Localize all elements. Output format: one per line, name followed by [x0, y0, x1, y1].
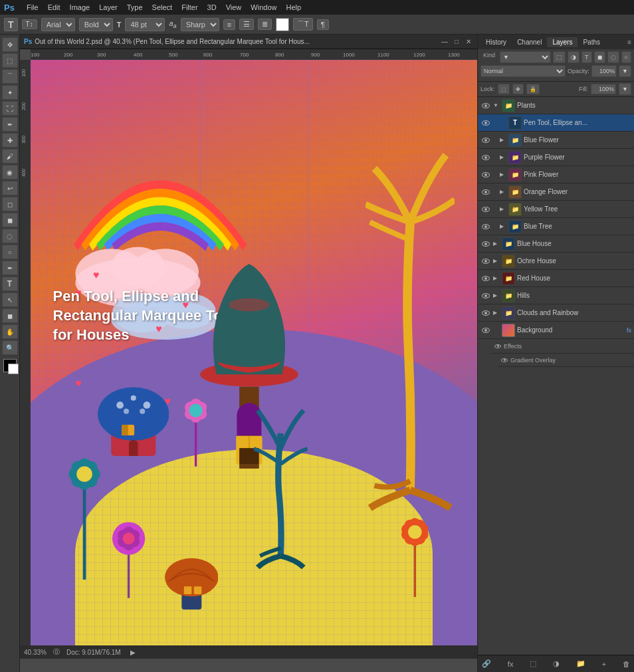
font-family-select[interactable]: Arial	[41, 18, 75, 31]
menu-filter[interactable]: Filter	[181, 3, 197, 11]
layer-red-house[interactable]: ▶ 📁 Red House	[478, 270, 634, 287]
layer-eye-purple-flower[interactable]	[480, 152, 491, 163]
layer-eye-red-house[interactable]	[480, 273, 491, 284]
layer-orange-flower[interactable]: ▶ 📁 Orange Flower	[478, 183, 634, 201]
layer-eye-background[interactable]	[480, 325, 491, 336]
layer-eye-hills[interactable]	[480, 290, 491, 301]
layer-blue-house[interactable]: ▶ 📁 Blue House	[478, 235, 634, 253]
menu-image[interactable]: Image	[70, 3, 90, 11]
tab-paths[interactable]: Paths	[578, 37, 605, 47]
layer-pink-flower[interactable]: ▶ 📁 Pink Flower	[478, 166, 634, 183]
layer-plants[interactable]: ▼ 📁 Plants	[478, 97, 634, 114]
group-btn[interactable]: 📁	[576, 659, 585, 668]
layer-ochre-house[interactable]: ▶ 📁 Ochre House	[478, 253, 634, 270]
layer-hills[interactable]: ▶ 📁 Hills	[478, 287, 634, 304]
blur-tool[interactable]: ◌	[2, 229, 18, 243]
layer-eye-clouds-rainbow[interactable]	[480, 308, 491, 318]
layer-expand-ochre-house[interactable]: ▶	[493, 258, 500, 264]
menu-help[interactable]: Help	[286, 3, 301, 11]
doc-maximize-btn[interactable]: □	[452, 37, 461, 47]
move-tool[interactable]: ✥	[2, 37, 18, 52]
layer-blue-flower[interactable]: ▶ 📁 Blue Flower	[478, 132, 634, 149]
layer-expand-orange-flower[interactable]: ▶	[500, 189, 506, 195]
layer-eye-orange-flower[interactable]	[480, 187, 491, 197]
layer-eye-blue-house[interactable]	[480, 239, 491, 249]
font-size-select[interactable]: 48 pt	[125, 18, 165, 31]
menu-edit[interactable]: Edit	[48, 3, 60, 11]
new-layer-btn[interactable]: +	[602, 660, 606, 668]
fill-settings[interactable]: ▼	[619, 83, 631, 95]
zoom-tool[interactable]: 🔍	[2, 340, 18, 355]
layer-expand-pink-flower[interactable]: ▶	[500, 171, 506, 177]
delete-layer-btn[interactable]: 🗑	[623, 660, 630, 668]
layer-clouds-rainbow[interactable]: ▶ 📁 Clouds and Rainbow	[478, 304, 634, 322]
layer-expand-red-house[interactable]: ▶	[493, 275, 500, 281]
menu-select[interactable]: Select	[152, 3, 173, 11]
menu-file[interactable]: File	[27, 3, 39, 11]
filter-type-btn[interactable]: T	[581, 51, 592, 63]
tab-layers[interactable]: Layers	[547, 37, 578, 47]
align-left-btn[interactable]: ≡	[223, 19, 235, 30]
filter-adj-btn[interactable]: ◑	[568, 51, 580, 63]
blend-mode-select[interactable]: Normal	[480, 65, 566, 77]
layer-style-btn[interactable]: fx	[508, 660, 514, 668]
layer-expand-hills[interactable]: ▶	[493, 292, 500, 298]
anti-alias-select[interactable]: Sharp	[181, 18, 219, 31]
opacity-settings[interactable]: ▼	[619, 65, 631, 77]
gradient-tool[interactable]: ◼	[2, 213, 18, 227]
layer-eye-effects[interactable]	[494, 342, 502, 350]
history-brush-tool[interactable]: ↩	[2, 181, 18, 195]
tab-history[interactable]: History	[480, 37, 512, 47]
menu-3d[interactable]: 3D	[207, 3, 217, 11]
layer-eye-blue-tree[interactable]	[480, 221, 491, 232]
crop-tool[interactable]: ⛶	[2, 101, 18, 116]
lock-position-btn[interactable]: ✥	[512, 84, 524, 94]
adjustment-btn[interactable]: ◑	[553, 659, 560, 668]
menu-layer[interactable]: Layer	[99, 3, 118, 11]
filter-toggle[interactable]: ○	[621, 51, 631, 63]
layer-eye-pink-flower[interactable]	[480, 169, 491, 180]
marquee-tool[interactable]: ⬚	[2, 53, 18, 68]
layer-purple-flower[interactable]: ▶ 📁 Purple Flower	[478, 149, 634, 166]
layer-expand-blue-tree[interactable]: ▶	[500, 223, 506, 229]
eraser-tool[interactable]: ◻	[2, 197, 18, 211]
layer-blue-tree[interactable]: ▶ 📁 Blue Tree	[478, 218, 634, 235]
layer-expand-purple-flower[interactable]: ▶	[500, 154, 506, 160]
brush-tool[interactable]: 🖌	[2, 149, 18, 164]
dodge-tool[interactable]: ○	[2, 245, 18, 259]
lock-pixels-btn[interactable]: ⬚	[498, 84, 510, 94]
healing-tool[interactable]: ✚	[2, 133, 18, 148]
doc-info-icon[interactable]: ⓪	[53, 647, 60, 657]
filter-smart-btn[interactable]: ◌	[607, 51, 619, 63]
doc-close-btn[interactable]: ✕	[464, 37, 473, 47]
fill-input[interactable]	[591, 84, 616, 94]
layer-fx-background[interactable]: fx	[627, 327, 631, 334]
type-tool-icon[interactable]: T	[4, 18, 18, 31]
filter-kind-select[interactable]: ▼	[500, 51, 551, 63]
char-panel-btn[interactable]: ¶	[317, 19, 329, 30]
layer-background[interactable]: Background fx	[478, 322, 634, 339]
menu-window[interactable]: Window	[251, 3, 276, 11]
eyedropper-tool[interactable]: ✒	[2, 117, 18, 132]
layer-expand-clouds-rainbow[interactable]: ▶	[493, 310, 500, 316]
panel-options-arrow[interactable]: ≡	[627, 39, 631, 46]
hand-tool[interactable]: ✋	[2, 324, 18, 339]
layer-effects-group[interactable]: Effects	[491, 339, 634, 354]
layer-yellow-tree[interactable]: ▶ 📁 Yellow Tree	[478, 201, 634, 218]
shape-tool[interactable]: ◼	[2, 308, 18, 323]
path-selection-tool[interactable]: ↖	[2, 292, 18, 307]
magic-wand-tool[interactable]: ✦	[2, 85, 18, 100]
menu-view[interactable]: View	[226, 3, 242, 11]
layer-expand-blue-flower[interactable]: ▶	[500, 137, 506, 143]
text-color-swatch[interactable]	[276, 18, 289, 31]
menu-type[interactable]: Type	[127, 3, 143, 11]
type-tool[interactable]: T	[2, 277, 18, 291]
clone-tool[interactable]: ◉	[2, 165, 18, 179]
layer-eye-yellow-tree[interactable]	[480, 204, 491, 215]
status-arrow[interactable]: ▶	[130, 649, 136, 656]
layer-eye-plants[interactable]	[480, 100, 491, 111]
align-center-btn[interactable]: ☰	[239, 19, 254, 30]
align-right-btn[interactable]: ≣	[258, 19, 272, 30]
layer-mask-btn[interactable]: ⬚	[530, 659, 536, 668]
layer-eye-blue-flower[interactable]	[480, 135, 491, 146]
